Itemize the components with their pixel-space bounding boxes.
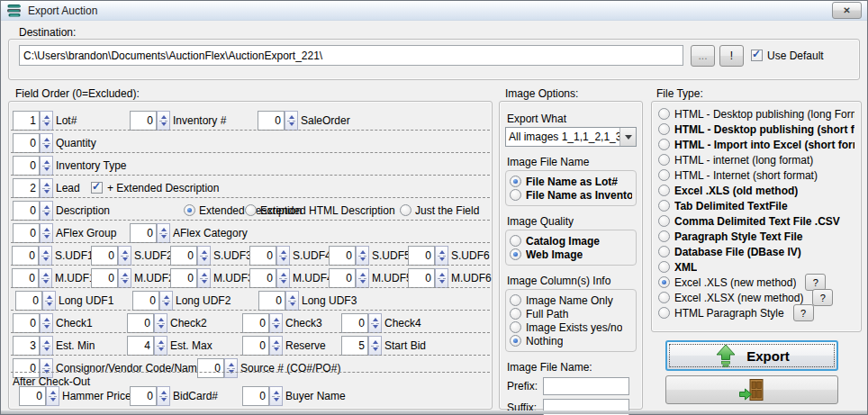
spinner-m-udf4[interactable] bbox=[249, 268, 290, 288]
spinner-input-s-udf4[interactable] bbox=[249, 246, 276, 266]
spinner-arrows-s-udf4[interactable] bbox=[276, 246, 290, 266]
spinner-bidcard[interactable] bbox=[130, 386, 170, 406]
file-type-row-excel-xls-new-method[interactable]: Excel .XLS (new method)? bbox=[658, 275, 854, 290]
file-type-row-html-internet-short-format[interactable]: HTML - Internet (short format) bbox=[658, 167, 854, 183]
spinner-arrows-est-max[interactable] bbox=[154, 336, 167, 356]
spinner-s-udf6[interactable] bbox=[408, 246, 448, 266]
radio-catalog-image[interactable] bbox=[510, 235, 521, 247]
spinner-arrows-bidcard[interactable] bbox=[157, 386, 170, 406]
radio-image-name-only[interactable] bbox=[510, 294, 521, 306]
spinner-description[interactable] bbox=[13, 201, 53, 221]
file-type-row-database-file-dbase-iv[interactable]: Database File (DBase IV) bbox=[658, 244, 854, 259]
radio-extended-html-description[interactable] bbox=[245, 204, 257, 216]
spinner-lead[interactable] bbox=[13, 178, 53, 198]
file-type-row-html-import-into-excel-short-format[interactable]: HTML - Import into Excel (short format) bbox=[658, 137, 854, 152]
radio-paragraph-style-text-file[interactable] bbox=[658, 230, 670, 242]
spinner-input-lot[interactable] bbox=[13, 111, 40, 131]
spinner-arrows-s-udf2[interactable] bbox=[118, 246, 131, 266]
spinner-arrows-buyer-name[interactable] bbox=[269, 386, 283, 406]
file-type-row-tab-delimited-textfile[interactable]: Tab Delimited TextFile bbox=[658, 198, 854, 213]
spinner-arrows-check2[interactable] bbox=[154, 313, 167, 333]
spinner-input-description[interactable] bbox=[13, 201, 40, 221]
radio-tab-delimited-textfile[interactable] bbox=[658, 200, 670, 212]
radio-comma-delimited-text-file-csv[interactable] bbox=[658, 215, 670, 227]
radio-web-image[interactable] bbox=[510, 248, 521, 260]
spinner-input-inventory[interactable] bbox=[130, 111, 157, 131]
spinner-arrows-lead[interactable] bbox=[40, 178, 53, 198]
radio-html-internet-short-format[interactable] bbox=[658, 169, 670, 181]
spinner-lot[interactable] bbox=[13, 111, 53, 131]
spinner-input-est-max[interactable] bbox=[127, 336, 154, 356]
option-row-nothing[interactable]: Nothing bbox=[510, 334, 632, 347]
spinner-arrows-reserve[interactable] bbox=[269, 336, 283, 356]
spinner-s-udf3[interactable] bbox=[170, 246, 211, 266]
spinner-aflex-category[interactable] bbox=[130, 223, 170, 243]
spinner-arrows-aflex-category[interactable] bbox=[157, 223, 170, 243]
spinner-arrows-aflex-group[interactable] bbox=[40, 223, 53, 243]
spinner-input-s-udf3[interactable] bbox=[170, 246, 197, 266]
spinner-est-min[interactable] bbox=[13, 336, 53, 356]
spinner-input-m-udf6[interactable] bbox=[408, 268, 435, 288]
spinner-input-hammer-price[interactable] bbox=[19, 386, 46, 406]
radio-excel-xlsx-new-method[interactable] bbox=[658, 292, 670, 303]
spinner-input-long-udf2[interactable] bbox=[132, 291, 159, 311]
export-what-combobox[interactable]: All images 1_1,1_2,1_3 bbox=[505, 127, 637, 147]
file-type-row-excel-xlsx-new-method[interactable]: Excel .XLSX (new method)? bbox=[658, 290, 854, 305]
file-type-row-html-desktop-publishing-long-format[interactable]: HTML - Desktop publishing (long Format) bbox=[658, 106, 854, 122]
export-button[interactable]: Export bbox=[665, 340, 838, 371]
spinner-input-m-udf3[interactable] bbox=[170, 268, 197, 288]
spinner-arrows-saleorder[interactable] bbox=[285, 111, 298, 131]
spinner-arrows-quantity[interactable] bbox=[40, 133, 53, 153]
spinner-arrows-inventory[interactable] bbox=[157, 111, 170, 131]
spinner-input-s-udf5[interactable] bbox=[329, 246, 356, 266]
spinner-start-bid[interactable] bbox=[341, 336, 382, 356]
file-type-row-excel-xls-old-method[interactable]: Excel .XLS (old method) bbox=[658, 183, 854, 198]
close-button[interactable]: ✕ bbox=[832, 2, 862, 19]
spinner-check1[interactable] bbox=[13, 313, 53, 333]
option-row-catalog-image[interactable]: Catalog Image bbox=[510, 234, 632, 248]
spinner-input-saleorder[interactable] bbox=[258, 111, 285, 131]
spinner-arrows-m-udf3[interactable] bbox=[197, 268, 211, 288]
spinner-m-udf2[interactable] bbox=[91, 268, 131, 288]
spinner-input-m-udf2[interactable] bbox=[91, 268, 118, 288]
spinner-arrows-m-udf2[interactable] bbox=[118, 268, 131, 288]
spinner-input-check4[interactable] bbox=[341, 313, 368, 333]
spinner-long-udf3[interactable] bbox=[258, 291, 299, 311]
spinner-input-aflex-group[interactable] bbox=[13, 223, 40, 243]
spinner-input-check2[interactable] bbox=[127, 313, 154, 333]
spinner-arrows-est-min[interactable] bbox=[40, 336, 53, 356]
spinner-arrows-start-bid[interactable] bbox=[368, 336, 382, 356]
spinner-reserve[interactable] bbox=[242, 336, 283, 356]
spinner-input-inventory-type[interactable] bbox=[13, 156, 40, 176]
spinner-arrows-check3[interactable] bbox=[269, 313, 283, 333]
checkbox-extended-description[interactable] bbox=[91, 182, 103, 194]
spinner-arrows-inventory-type[interactable] bbox=[40, 156, 53, 176]
radio-file-name-as-lot[interactable] bbox=[510, 176, 521, 187]
combo-dropdown-button[interactable] bbox=[619, 128, 636, 146]
spinner-input-reserve[interactable] bbox=[242, 336, 269, 356]
spinner-buyer-name[interactable] bbox=[242, 386, 283, 406]
spinner-inventory[interactable] bbox=[130, 111, 170, 131]
file-type-row-html-internet-long-format[interactable]: HTML - internet (long format) bbox=[658, 152, 854, 167]
titlebar[interactable]: Export Auction ✕ bbox=[1, 1, 867, 21]
spinner-arrows-long-udf2[interactable] bbox=[159, 291, 173, 311]
radio-html-desktop-publishing-short-format[interactable] bbox=[658, 123, 670, 135]
radio-image-exists-yes-no[interactable] bbox=[510, 321, 521, 333]
spinner-input-long-udf1[interactable] bbox=[15, 291, 42, 311]
spinner-arrows-description[interactable] bbox=[40, 201, 53, 221]
spinner-arrows-s-udf3[interactable] bbox=[197, 246, 211, 266]
radio-database-file-dbase-iv[interactable] bbox=[658, 246, 670, 257]
file-type-row-comma-delimited-text-file-csv[interactable]: Comma Delimited Text File .CSV bbox=[658, 213, 854, 229]
radio-nothing[interactable] bbox=[510, 335, 521, 347]
spinner-input-s-udf1[interactable] bbox=[12, 246, 39, 266]
use-default-checkbox[interactable] bbox=[751, 50, 763, 61]
radio-extended-description[interactable] bbox=[184, 204, 195, 216]
spinner-input-m-udf4[interactable] bbox=[249, 268, 276, 288]
prefix-input[interactable] bbox=[543, 377, 629, 395]
file-type-row-paragraph-style-text-file[interactable]: Paragraph Style Text File bbox=[658, 229, 854, 244]
spinner-arrows-long-udf1[interactable] bbox=[42, 291, 56, 311]
spinner-input-check3[interactable] bbox=[242, 313, 269, 333]
spinner-input-s-udf2[interactable] bbox=[91, 246, 118, 266]
spinner-arrows-s-udf1[interactable] bbox=[39, 246, 52, 266]
radio-excel-xls-old-method[interactable] bbox=[658, 185, 670, 196]
